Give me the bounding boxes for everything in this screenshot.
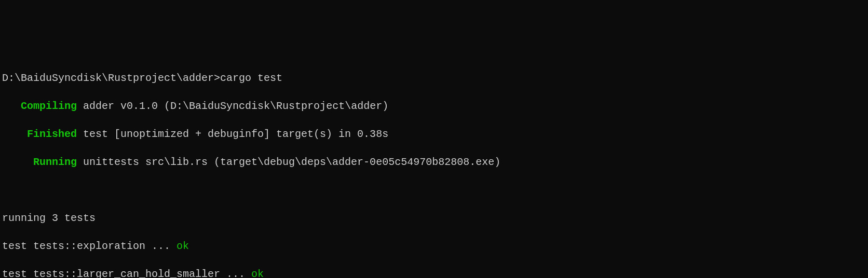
running-line: Running unittests src\lib.rs (target\deb… xyxy=(2,155,866,169)
finished-line: Finished test [unoptimized + debuginfo] … xyxy=(2,127,866,141)
running-tests-header: running 3 tests xyxy=(2,211,866,225)
command-text: cargo test xyxy=(220,72,282,84)
blank-line xyxy=(2,183,866,197)
prompt-path: D:\BaiduSyncdisk\Rustproject\adder> xyxy=(2,72,220,84)
terminal-output[interactable]: D:\BaiduSyncdisk\Rustproject\adder>cargo… xyxy=(2,57,866,278)
test-name: test tests::exploration ... xyxy=(2,240,177,252)
compiling-line: Compiling adder v0.1.0 (D:\BaiduSyncdisk… xyxy=(2,99,866,113)
command-line: D:\BaiduSyncdisk\Rustproject\adder>cargo… xyxy=(2,71,866,85)
finished-text: test [unoptimized + debuginfo] target(s)… xyxy=(77,128,388,140)
test-status-ok: ok xyxy=(251,268,264,278)
test-name: test tests::larger_can_hold_smaller ... xyxy=(2,268,251,278)
compiling-label: Compiling xyxy=(21,100,77,112)
running-text: unittests src\lib.rs (target\debug\deps\… xyxy=(77,156,500,168)
finished-label: Finished xyxy=(27,128,77,140)
running-label: Running xyxy=(33,156,77,168)
test-status-ok: ok xyxy=(177,240,189,252)
test-line-1: test tests::exploration ... ok xyxy=(2,239,866,253)
compiling-text: adder v0.1.0 (D:\BaiduSyncdisk\Rustproje… xyxy=(77,100,388,112)
test-line-2: test tests::larger_can_hold_smaller ... … xyxy=(2,267,866,278)
